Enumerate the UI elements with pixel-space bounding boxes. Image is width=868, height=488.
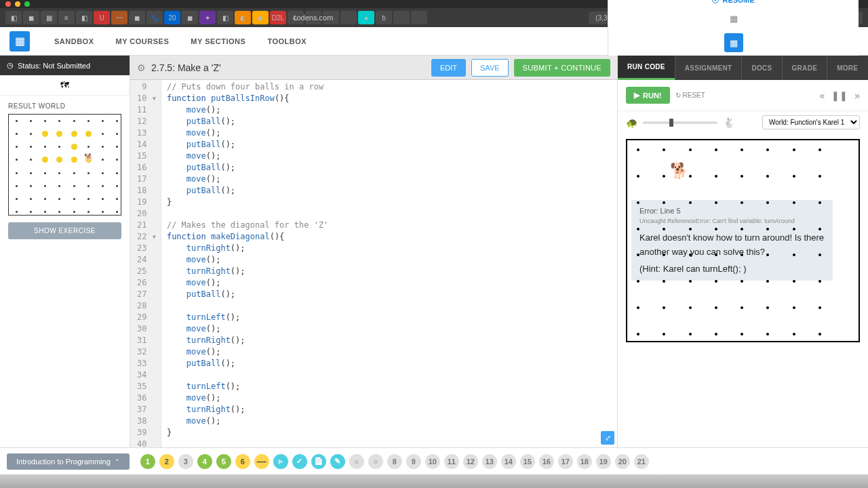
lesson-dot[interactable]: 12 xyxy=(463,454,478,469)
bottom-bar: Introduction to Programming ⌃ 123456—▹✓📄… xyxy=(0,447,868,474)
bookmark-icon[interactable]: D2L xyxy=(270,11,286,24)
editor-panel: ⚙ 2.7.5: Make a 'Z' EDIT SAVE SUBMIT + C… xyxy=(130,56,617,447)
bookmark-icon[interactable]: ≡ xyxy=(58,11,75,24)
lesson-dot[interactable]: ○ xyxy=(368,454,383,469)
lesson-dot[interactable]: 4 xyxy=(197,454,212,469)
bookmark-icon[interactable] xyxy=(340,11,357,24)
nav-item-my-courses[interactable]: MY COURSES xyxy=(105,37,180,45)
avatar[interactable]: ▦ xyxy=(724,33,743,52)
clock-icon: ◷ xyxy=(7,61,14,70)
bookmark-icon[interactable]: ◧ xyxy=(217,11,233,24)
bookmark-icon[interactable]: ◼ xyxy=(182,11,198,24)
min-dot[interactable] xyxy=(15,1,20,7)
lesson-dot[interactable]: ✎ xyxy=(330,454,345,469)
bookmark-icon[interactable]: 〰 xyxy=(111,11,127,24)
error-hint: (Hint: Karel can turnLeft(); ) xyxy=(639,264,825,274)
bookmark-icon[interactable]: 20 xyxy=(164,11,180,24)
svg-marker-1 xyxy=(715,0,717,1)
gear-icon[interactable]: ⚙ xyxy=(137,62,146,73)
run-controls: ▶ RUN! ↻ RESET « ❚❚ » xyxy=(618,80,868,111)
lesson-dot[interactable]: ✓ xyxy=(292,454,307,469)
lesson-dot[interactable]: 20 xyxy=(615,454,630,469)
right-tab-grade[interactable]: GRADE xyxy=(782,56,827,80)
lesson-dot[interactable]: 10 xyxy=(425,454,440,469)
lesson-dot[interactable]: 14 xyxy=(501,454,516,469)
reset-button[interactable]: ↻ RESET xyxy=(675,92,705,99)
bookmark-icon[interactable]: ◼ xyxy=(129,11,145,24)
lesson-dot[interactable]: 5 xyxy=(216,454,231,469)
right-tab-docs[interactable]: DOCS xyxy=(741,56,781,80)
expand-icon[interactable]: ⤢ xyxy=(601,431,614,445)
lesson-dot[interactable]: 11 xyxy=(444,454,459,469)
error-message: Karel doesn't know how to turn around! I… xyxy=(639,231,825,260)
error-title: Error: Line 5 xyxy=(639,207,825,215)
karel-icon: 🐕 xyxy=(670,162,688,180)
save-button[interactable]: SAVE xyxy=(471,59,509,77)
right-tabs: RUN CODEASSIGNMENTDOCSGRADEMORE xyxy=(618,56,868,80)
lesson-dot[interactable]: 19 xyxy=(596,454,611,469)
lesson-dot[interactable]: ○ xyxy=(349,454,364,469)
bookmark-icon[interactable]: ◧ xyxy=(5,11,22,24)
bookmark-icon[interactable]: 🐾 xyxy=(146,11,163,24)
forward-icon[interactable]: » xyxy=(854,90,860,101)
lesson-dot[interactable]: 6 xyxy=(235,454,250,469)
world-select[interactable]: World: Function's Karel 1 xyxy=(762,115,860,129)
pause-icon[interactable]: ❚❚ xyxy=(831,90,848,101)
lesson-dot[interactable]: ▹ xyxy=(273,454,288,469)
bookmark-icon[interactable]: U xyxy=(94,11,110,24)
bookmark-icon[interactable]: ● xyxy=(358,11,374,24)
right-tab-more[interactable]: MORE xyxy=(827,56,867,80)
apple-icon[interactable] xyxy=(411,11,427,24)
edit-button[interactable]: EDIT xyxy=(431,59,466,77)
lesson-dot[interactable]: 21 xyxy=(634,454,649,469)
lesson-dot[interactable]: 1 xyxy=(140,454,155,469)
lesson-dot[interactable]: 15 xyxy=(520,454,535,469)
result-world-label: RESULT WORLD xyxy=(0,96,130,114)
right-tab-run-code[interactable]: RUN CODE xyxy=(618,56,675,80)
lesson-dot[interactable]: 2 xyxy=(159,454,174,469)
nav-item-sandbox[interactable]: SANDBOX xyxy=(43,37,105,45)
nav-item-my-sections[interactable]: MY SECTIONS xyxy=(180,37,256,45)
speed-row: 🐢 🐇 World: Function's Karel 1 xyxy=(618,111,868,136)
status-bar: ◷ Status: Not Submitted xyxy=(0,56,130,75)
lesson-dot[interactable]: — xyxy=(254,454,269,469)
rabbit-icon: 🐇 xyxy=(723,117,734,128)
bookmark-icon[interactable]: ◆ xyxy=(252,11,269,24)
show-exercise-button[interactable]: SHOW EXERCISE xyxy=(8,222,121,239)
rewind-icon[interactable]: « xyxy=(819,90,825,101)
mac-dock xyxy=(0,474,868,488)
grid-icon[interactable]: ▦ xyxy=(730,14,738,24)
code-editor[interactable]: 9 10 ▾11 12 13 14 15 16 17 18 19 20 21 2… xyxy=(130,80,617,447)
bookmark-icon[interactable]: ▦ xyxy=(41,11,57,24)
course-name[interactable]: Introduction to Programming ⌃ xyxy=(7,453,130,470)
right-tab-assignment[interactable]: ASSIGNMENT xyxy=(675,56,742,80)
lesson-dot[interactable]: 📄 xyxy=(311,454,326,469)
lesson-dot[interactable]: 16 xyxy=(539,454,554,469)
nav-item-toolbox[interactable]: TOOLBOX xyxy=(256,37,317,45)
result-world-grid: 🐕 xyxy=(8,114,121,216)
left-tab-world[interactable]: 🗺 xyxy=(0,75,130,96)
course-label: Introduction to Programming xyxy=(16,458,111,466)
bookmark-icon[interactable]: b xyxy=(376,11,392,24)
apple-icon[interactable] xyxy=(393,11,410,24)
lesson-dot[interactable]: 13 xyxy=(482,454,497,469)
speed-slider[interactable] xyxy=(643,121,717,124)
lesson-dot[interactable]: 18 xyxy=(577,454,592,469)
error-box: Error: Line 5 Uncaught ReferenceError: C… xyxy=(631,200,833,281)
url-bar[interactable]: codens.com xyxy=(293,14,333,22)
run-button[interactable]: ▶ RUN! xyxy=(626,87,670,104)
close-dot[interactable] xyxy=(5,1,11,7)
submit-continue-button[interactable]: SUBMIT + CONTINUE xyxy=(514,59,610,77)
lesson-dot[interactable]: 17 xyxy=(558,454,573,469)
resume-button[interactable]: RESUME xyxy=(712,0,754,4)
bookmark-icon[interactable]: ◧ xyxy=(76,11,92,24)
bookmark-icon[interactable]: ✦ xyxy=(199,11,216,24)
bookmark-icon[interactable]: ◼ xyxy=(23,11,39,24)
lesson-dot[interactable]: 3 xyxy=(178,454,193,469)
logo-icon[interactable]: ▦ xyxy=(9,31,30,52)
lesson-dot[interactable]: 9 xyxy=(406,454,421,469)
bookmark-icon[interactable]: ◐ xyxy=(235,11,251,24)
lesson-dot[interactable]: 8 xyxy=(387,454,402,469)
max-dot[interactable] xyxy=(24,1,30,7)
left-panel: ◷ Status: Not Submitted 🗺 RESULT WORLD 🐕… xyxy=(0,56,130,447)
